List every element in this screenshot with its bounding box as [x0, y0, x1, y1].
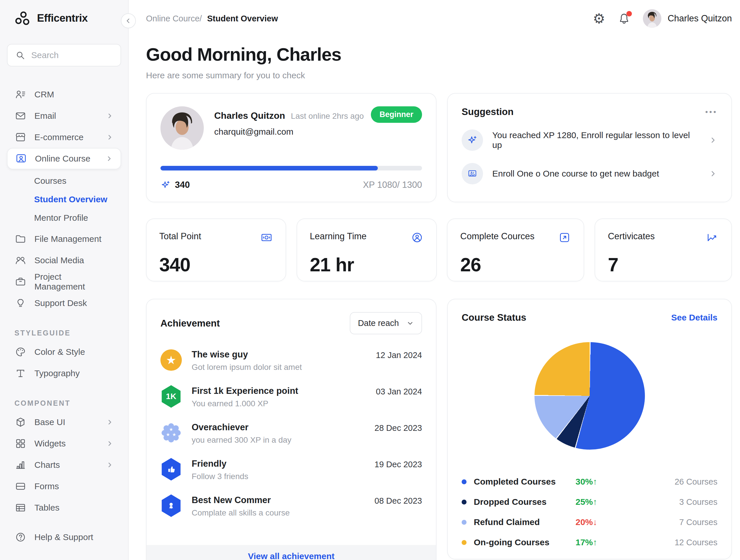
course-status-legend: Completed Courses 30%↑ 26 Courses Droppe…: [462, 477, 718, 547]
chevron-right-icon: [106, 461, 114, 469]
sidebar-item-charts[interactable]: Charts: [7, 454, 121, 476]
date-reach-dropdown[interactable]: Date reach: [350, 312, 422, 334]
palette-icon: [14, 346, 26, 358]
cube-icon: [14, 416, 26, 428]
profile-avatar: [161, 106, 204, 150]
achievement-date: 03 Jan 2024: [376, 386, 422, 397]
stat-value: 340: [159, 254, 273, 276]
sidebar-item-email[interactable]: Email: [7, 105, 121, 127]
stat-label: Certivicates: [608, 231, 655, 242]
sidebar-item-tables[interactable]: Tables: [7, 497, 121, 519]
breadcrumb-current: Student Overview: [207, 14, 278, 23]
see-details-link[interactable]: See Details: [671, 313, 718, 323]
course-status-card: Course Status See Details Completed Cour…: [447, 299, 732, 559]
page-title: Good Morning, Charles: [146, 44, 732, 65]
course-status-pie: [535, 342, 645, 450]
search-box[interactable]: [7, 44, 121, 67]
chevron-left-icon: [124, 17, 132, 24]
forms-icon: [14, 480, 26, 492]
achievement-name: First 1k Experience point: [192, 386, 298, 396]
legend-row: Refund Claimed 20%↓ 7 Courses: [462, 517, 718, 527]
sidebar-item-label: File Management: [34, 234, 101, 244]
chevron-right-icon[interactable]: [709, 136, 718, 144]
more-options-icon[interactable]: •••: [705, 108, 718, 116]
sidebar-item-label: Charts: [34, 460, 60, 470]
sidebar-item-label: Widgets: [34, 439, 66, 448]
legend-row: Completed Courses 30%↑ 26 Courses: [462, 477, 718, 486]
svg-text:A+: A+: [470, 172, 474, 175]
legend-row: On-going Courses 17%↑ 12 Courses: [462, 538, 718, 547]
sidebar-collapse-button[interactable]: [121, 13, 136, 28]
sidebar-subitem-courses[interactable]: Courses: [7, 172, 121, 190]
chevron-right-icon[interactable]: [709, 169, 718, 178]
suggestion-item[interactable]: A+ Enroll One o One course to get new ba…: [462, 163, 718, 184]
bar-chart-icon: [14, 459, 26, 471]
legend-label: On-going Courses: [474, 538, 575, 547]
user-menu[interactable]: Charles Quitzon: [643, 9, 732, 28]
sidebar-item-color-style[interactable]: Color & Style: [7, 341, 121, 363]
seal-stars-badge-icon: [161, 422, 182, 444]
sidebar-item-base-ui[interactable]: Base UI: [7, 412, 121, 433]
summary-row: Charles Quitzon Last online 2hrs ago cha…: [146, 93, 732, 202]
sidebar-item-ecommerce[interactable]: E-commerce: [7, 127, 121, 148]
legend-count: 26 Courses: [675, 477, 718, 486]
sidebar-item-label: Typography: [34, 368, 80, 378]
notifications-bell-icon[interactable]: [618, 12, 631, 25]
achievement-card: Achievement Date reach ★ The wise guy Go…: [146, 299, 437, 560]
suggestion-item[interactable]: You reached XP 1280, Enroll regular less…: [462, 129, 718, 151]
profile-card: Charles Quitzon Last online 2hrs ago cha…: [146, 93, 437, 202]
topbar-actions: ⚙ Charles Quitzon: [593, 9, 732, 28]
sidebar-subitem-student-overview[interactable]: Student Overview: [7, 190, 121, 209]
email-icon: [14, 110, 26, 122]
sidebar-item-file-management[interactable]: File Management: [7, 228, 121, 250]
achievement-desc: You earned 1.000 XP: [192, 399, 298, 408]
achievement-date: 28 Dec 2023: [375, 422, 422, 433]
component-section-label: COMPONENT: [14, 399, 121, 408]
view-all-achievement-link[interactable]: View all achievement: [248, 551, 335, 560]
sidebar-item-forms[interactable]: Forms: [7, 476, 121, 497]
suggestion-card: Suggestion ••• You reached XP 1280, Enro…: [447, 93, 732, 202]
achievement-desc: Follow 3 friends: [192, 472, 248, 481]
xp-progress-track: [161, 166, 422, 171]
thumbs-up-badge-icon: [161, 459, 182, 480]
sidebar-item-label: Tables: [34, 503, 60, 513]
legend-label: Refund Claimed: [474, 517, 575, 527]
details-row: Achievement Date reach ★ The wise guy Go…: [146, 299, 732, 560]
legend-dot: [462, 499, 467, 505]
legend-label: Completed Courses: [474, 477, 575, 486]
1k-badge-icon: 1K: [161, 386, 182, 407]
sidebar-item-online-course[interactable]: Online Course: [7, 148, 121, 169]
star-badge-icon: ★: [161, 349, 182, 371]
sidebar-item-label: Help & Support: [34, 532, 93, 542]
suggestion-text: Enroll One o One course to get new badge…: [492, 169, 659, 179]
sidebar-item-support-desk[interactable]: Support Desk: [7, 293, 121, 314]
breadcrumb-parent[interactable]: Online Cource/: [146, 14, 202, 23]
search-input[interactable]: [31, 50, 113, 60]
achievement-item: Best New Commer Complate all skills a co…: [161, 495, 422, 518]
profile-top: Charles Quitzon Last online 2hrs ago cha…: [161, 106, 422, 150]
settings-gear-icon[interactable]: ⚙: [593, 12, 605, 25]
storefront-icon: [14, 131, 26, 143]
sidebar-item-widgets[interactable]: Widgets: [7, 433, 121, 454]
achievement-date: 19 Dec 2023: [375, 459, 422, 469]
sidebar-item-social-media[interactable]: Social Media: [7, 250, 121, 271]
level-badge: Beginner: [371, 106, 422, 123]
sidebar-item-project-management[interactable]: Project Management: [7, 271, 121, 293]
sidebar-subitem-mentor-profile[interactable]: Mentor Profile: [7, 209, 121, 227]
sidebar-item-label: Email: [34, 111, 56, 121]
chevron-right-icon: [106, 112, 114, 120]
sidebar-item-help-support[interactable]: Help & Support: [7, 527, 121, 548]
stat-card-learning-time: Learning Time 21 hr: [297, 218, 437, 282]
sidebar-item-crm[interactable]: CRM: [7, 84, 121, 105]
xp-progress-fill: [161, 166, 378, 171]
notification-dot: [626, 11, 632, 16]
sidebar-item-typography[interactable]: Typography: [7, 363, 121, 384]
chevron-right-icon: [106, 418, 114, 426]
page-subtitle: Here are some summary for you to check: [146, 71, 732, 80]
online-course-submenu: Courses Student Overview Mentor Profile: [7, 172, 121, 227]
stat-card-total-point: Total Point 340: [146, 218, 286, 282]
help-icon: [14, 531, 26, 543]
stat-value: 7: [608, 254, 719, 276]
styleguide-section-label: STYLEGUIDE: [14, 329, 121, 337]
profile-info: Charles Quitzon Last online 2hrs ago cha…: [214, 110, 364, 137]
